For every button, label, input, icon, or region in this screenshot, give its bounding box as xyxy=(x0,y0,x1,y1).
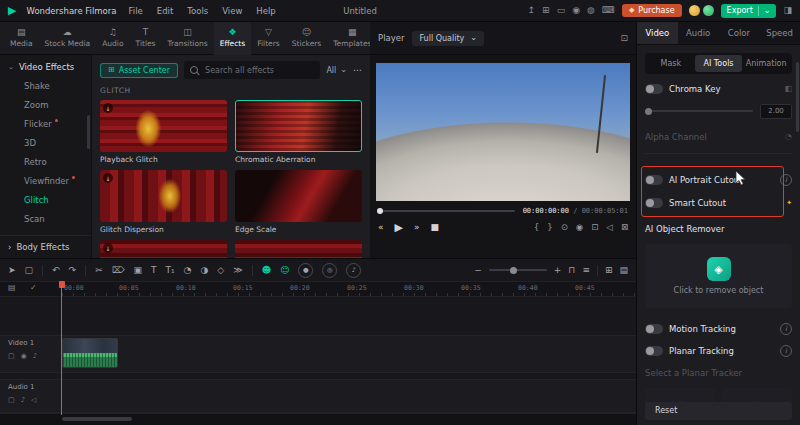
menu-file[interactable]: File xyxy=(127,6,145,16)
undo-icon[interactable]: ↶ xyxy=(52,266,60,275)
sidebar-item-3d[interactable]: 3D xyxy=(0,134,91,153)
effect-card-partial[interactable]: ↓ xyxy=(100,240,227,258)
seek-handle[interactable] xyxy=(377,208,383,214)
panel-scrollbar[interactable] xyxy=(796,62,799,132)
sidebar-header[interactable]: ⌄ Video Effects xyxy=(0,55,91,77)
sidebar-item-glitch[interactable]: Glitch xyxy=(0,191,91,210)
track-list-icon[interactable]: ▤ xyxy=(619,266,628,275)
snap-lines-icon[interactable]: ≡ xyxy=(582,266,590,275)
chroma-key-toggle[interactable] xyxy=(645,84,663,94)
layout-icon[interactable]: ⊞ xyxy=(542,6,550,15)
range-select-icon[interactable]: ▢ xyxy=(25,266,34,275)
effect-thumbnail[interactable]: ↓ xyxy=(100,100,227,152)
menu-help[interactable]: Help xyxy=(254,6,277,16)
more-options-icon[interactable]: ⋯ xyxy=(353,66,362,75)
subtab-ai-tools[interactable]: AI Tools xyxy=(695,55,743,72)
credits-icon[interactable] xyxy=(703,5,714,16)
crop-tool-icon[interactable]: ▣ xyxy=(133,266,142,275)
marker-icon[interactable]: ⊙ xyxy=(561,223,568,232)
keyframe-icon[interactable]: ◇ xyxy=(217,266,224,275)
caption-tool-icon[interactable]: T₁ xyxy=(165,266,174,275)
effect-card-partial[interactable] xyxy=(235,240,362,258)
sidebar-scrollbar[interactable] xyxy=(87,115,90,149)
effect-thumbnail[interactable] xyxy=(235,240,362,258)
tab-color[interactable]: Color xyxy=(719,22,760,44)
timeline-zoom-slider[interactable] xyxy=(489,269,547,271)
lock-icon[interactable]: ▢ xyxy=(8,353,15,360)
effect-card-playback-glitch[interactable]: ↓ Playback Glitch xyxy=(100,100,227,164)
screen-record-icon[interactable]: ◉ xyxy=(572,6,580,15)
subtab-mask[interactable]: Mask xyxy=(647,55,695,72)
eyedropper-icon[interactable]: ◔ xyxy=(785,133,792,141)
text-tool-icon[interactable]: T xyxy=(151,266,157,275)
track-grid-icon[interactable]: ⊞ xyxy=(605,266,613,275)
planar-tracking-toggle[interactable] xyxy=(645,346,663,356)
motion-tracking-toggle[interactable] xyxy=(645,324,663,334)
eye-icon[interactable]: ◉ xyxy=(21,353,27,360)
pointer-tool-icon[interactable]: ➤ xyxy=(8,266,16,275)
sidebar-item-shake[interactable]: Shake xyxy=(0,77,91,96)
crop-icon[interactable]: ⊡ xyxy=(591,223,598,232)
timeline-ruler[interactable]: ▤ ✓ 00:00 00:05 00:10 00:15 00:20 00:25 … xyxy=(0,282,636,297)
play-icon[interactable]: ▶ xyxy=(395,222,403,233)
coin-icon[interactable] xyxy=(689,5,700,16)
menu-edit[interactable]: Edit xyxy=(155,6,175,16)
stop-icon[interactable]: ■ xyxy=(431,223,440,232)
volume-icon[interactable]: ◁ xyxy=(606,223,613,232)
previous-frame-icon[interactable]: « xyxy=(378,223,384,232)
quality-dropdown[interactable]: Full Quality ⌄ xyxy=(412,31,484,46)
sidebar-item-retro[interactable]: Retro xyxy=(0,153,91,172)
effect-thumbnail-selected[interactable] xyxy=(235,100,362,152)
effect-thumbnail[interactable] xyxy=(235,170,362,222)
track-check-icon[interactable]: ✓ xyxy=(30,284,37,292)
split-scissors-icon[interactable]: ✂ xyxy=(95,266,103,275)
search-box[interactable] xyxy=(184,61,320,79)
zoom-out-icon[interactable]: − xyxy=(474,266,482,275)
audio-track[interactable] xyxy=(0,379,636,413)
video-clip[interactable] xyxy=(62,338,118,368)
zoom-slider-handle[interactable] xyxy=(510,267,517,274)
keyboard-icon[interactable]: ⌨ xyxy=(602,6,615,15)
tab-audio-props[interactable]: Audio xyxy=(678,22,719,44)
effect-card-edge-scale[interactable]: Edge Scale xyxy=(235,170,362,234)
search-input[interactable] xyxy=(203,65,314,76)
layout-toggle-icon[interactable]: ◨ xyxy=(783,6,792,15)
bell-icon[interactable]: ◍ xyxy=(587,6,595,15)
sidebar-item-flicker[interactable]: Flicker xyxy=(0,115,91,134)
sidebar-item-viewfinder[interactable]: Viewfinder xyxy=(0,172,91,191)
seek-bar[interactable] xyxy=(378,210,515,212)
tab-filters[interactable]: ▽Filters xyxy=(251,22,285,55)
sidebar-item-body-effects[interactable]: › Body Effects xyxy=(0,235,91,258)
audio-mixer-icon[interactable]: ♪ xyxy=(346,263,361,278)
info-icon[interactable]: i xyxy=(780,323,792,335)
tab-transitions[interactable]: ◫Transitions xyxy=(162,22,214,55)
subtab-animation[interactable]: Animation xyxy=(742,55,790,72)
upload-icon[interactable]: ↥ xyxy=(528,6,536,15)
fullscreen-icon[interactable]: ⊠ xyxy=(621,223,628,232)
mute-icon[interactable]: ♪ xyxy=(33,353,37,360)
tolerance-slider[interactable] xyxy=(645,110,753,112)
object-remover-dropzone[interactable]: ◈ Click to remove object xyxy=(645,244,792,308)
avatar-effect-icon[interactable]: ☻ xyxy=(262,266,271,275)
detach-player-icon[interactable]: ⊡ xyxy=(620,34,628,43)
mask-tool-icon[interactable]: ◑ xyxy=(200,266,208,275)
mark-in-icon[interactable]: { xyxy=(534,223,539,232)
slider-handle[interactable] xyxy=(645,108,652,115)
effect-thumbnail[interactable]: ↓ xyxy=(100,170,227,222)
tab-stickers[interactable]: ☺Stickers xyxy=(286,22,328,55)
filter-dropdown[interactable]: All ⌄ xyxy=(326,66,347,75)
tab-media[interactable]: ▤Media xyxy=(4,22,39,55)
chevron-down-icon[interactable]: ⌄ xyxy=(764,7,771,15)
preview-video[interactable] xyxy=(376,63,630,201)
tab-effects[interactable]: ❖Effects xyxy=(214,22,252,55)
effect-card-chromatic-aberration[interactable]: Chromatic Aberration xyxy=(235,100,362,164)
manage-tracks-icon[interactable]: ▤ xyxy=(8,284,16,292)
next-frame-icon[interactable]: » xyxy=(414,223,420,232)
mark-out-icon[interactable]: } xyxy=(547,223,552,232)
playhead[interactable] xyxy=(61,281,62,415)
effect-card-glitch-dispersion[interactable]: ↓ Glitch Dispersion xyxy=(100,170,227,234)
speed-tool-icon[interactable]: ◔ xyxy=(184,266,192,275)
tab-titles[interactable]: TTitles xyxy=(130,22,162,55)
info-icon[interactable]: i xyxy=(780,345,792,357)
menu-view[interactable]: View xyxy=(220,6,244,16)
